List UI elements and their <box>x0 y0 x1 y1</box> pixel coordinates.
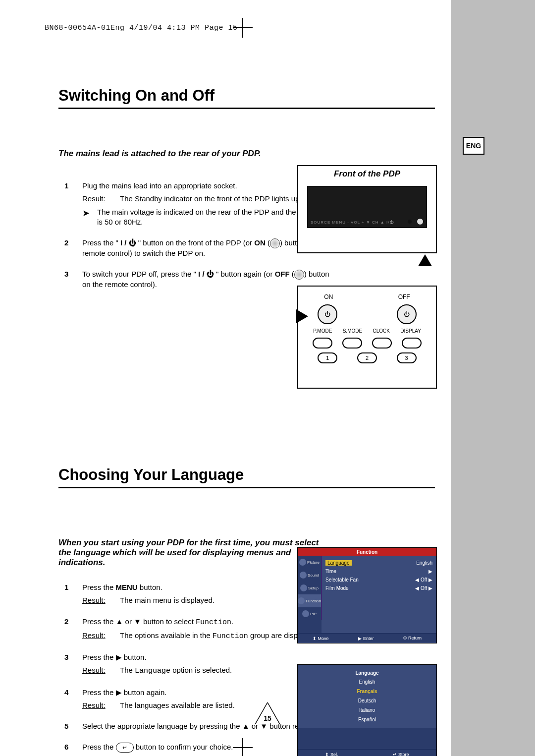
figure-caption: Front of the PDP <box>298 169 436 179</box>
step-2: 2 Press the ▲ or ▼ button to select Func… <box>64 617 337 642</box>
pdp-front-illustration: SOURCE MENU - VOL + ▼ CH ▲ I/⏻ <box>307 186 427 228</box>
step-number: 2 <box>64 617 82 642</box>
remote-smode-button <box>342 338 362 349</box>
gray-margin <box>451 0 535 756</box>
power-button-icon <box>417 218 424 225</box>
function-icon <box>298 597 305 604</box>
standby-led-icon <box>408 220 412 224</box>
osd-foot-store: ↵ Store <box>393 752 409 756</box>
step-1: 1 Plug the mains lead into an appropriat… <box>64 181 337 227</box>
remote-clock-button <box>372 338 392 349</box>
off-button-icon <box>294 270 304 280</box>
pdp-controls-label: SOURCE MENU - VOL + ▼ CH ▲ I/⏻ <box>311 220 394 225</box>
language-tab-eng: ENG <box>463 137 484 155</box>
step-3: 3 Press the ▶ button. Result:The Languag… <box>64 652 337 677</box>
remote-display-button <box>402 338 422 349</box>
osd-title: Language <box>302 669 432 677</box>
osd-footer: ⬍ Move ▶ Enter ⦾ Return <box>298 633 436 643</box>
step-1: 1 Press the MENU button. Result:The main… <box>64 582 337 606</box>
osd-row-film: Film Mode◀ Off ▶ <box>325 584 432 592</box>
page-number-marker: 15 <box>255 702 280 724</box>
osd-tab-picture: Picture <box>298 556 321 569</box>
osd-foot-sel: ⬍ Sel. <box>325 752 338 756</box>
lang-option-italiano: Italiano <box>302 705 432 715</box>
osd-foot-return: ⦾ Return <box>403 636 422 641</box>
step-number: 5 <box>64 721 82 731</box>
osd-body: LanguageEnglish Time▶ Selectable Fan◀ Of… <box>321 556 436 633</box>
remote-off-button: ⏻ <box>397 304 417 324</box>
on-button-icon <box>270 238 280 248</box>
remote-3-button: 3 <box>397 352 417 363</box>
step-number: 4 <box>64 688 82 711</box>
picture-icon <box>299 559 306 566</box>
step-number: 3 <box>64 652 82 677</box>
section-heading: Choosing Your Language <box>58 466 435 486</box>
section-title-language: Choosing Your Language <box>58 466 435 488</box>
osd-tab-setup: Setup <box>298 582 321 594</box>
osd-row-fan: Selectable Fan◀ Off ▶ <box>325 576 432 584</box>
osd-function-menu: Function Picture Sound Setup Function PI… <box>297 547 437 643</box>
osd-language-menu: Language English Français Deutsch Italia… <box>297 664 437 756</box>
step-3: 3 To switch your PDP off, press the " I … <box>64 269 337 290</box>
osd-foot-move: ⬍ Move <box>313 636 329 641</box>
lang-option-francais: Français <box>302 687 432 696</box>
enter-button-icon: ↵ <box>116 743 134 753</box>
section2-steps: 1 Press the MENU button. Result:The main… <box>64 582 337 756</box>
lang-option-espanol: Español <box>302 715 432 724</box>
step-text: Press the ▶ button. <box>82 652 337 662</box>
result-label: Result: <box>82 194 120 204</box>
remote-on-button: ⏻ <box>318 304 337 324</box>
remote-smode-label: S.MODE <box>343 328 362 334</box>
osd-tab-function: Function <box>298 594 321 607</box>
figure-front-pdp: Front of the PDP SOURCE MENU - VOL + ▼ C… <box>297 165 437 253</box>
remote-clock-label: CLOCK <box>373 328 390 334</box>
pip-icon <box>302 610 309 617</box>
section2-intro: When you start using your PDP for the fi… <box>58 538 326 568</box>
remote-on-label: ON <box>324 293 333 300</box>
remote-2-button: 2 <box>357 352 377 363</box>
lang-option-english: English <box>302 677 432 687</box>
step-number: 6 <box>64 742 82 753</box>
osd-row-time: Time▶ <box>325 567 432 576</box>
osd-foot-enter: ▶ Enter <box>358 636 374 641</box>
osd-title: Function <box>298 548 436 556</box>
step-5: 5 Select the appropriate language by pre… <box>64 721 337 731</box>
section-rule <box>58 108 435 109</box>
osd-tab-sound: Sound <box>298 569 321 582</box>
step-6: 6 Press the ↵ button to confirm your cho… <box>64 742 337 753</box>
page-number: 15 <box>255 714 280 722</box>
manual-page: BN68-00654A-01Eng 4/19/04 4:13 PM Page 1… <box>0 0 535 756</box>
section-heading: Switching On and Off <box>58 87 435 107</box>
step-number: 2 <box>64 238 82 258</box>
remote-off-label: OFF <box>398 293 410 300</box>
section-rule <box>58 487 435 488</box>
section1-steps: 1 Plug the mains lead into an appropriat… <box>64 181 337 301</box>
section1-intro: The mains lead is attached to the rear o… <box>58 149 326 159</box>
section-title-switching: Switching On and Off <box>58 87 435 109</box>
note-arrow-icon: ➤ <box>82 207 97 228</box>
lang-option-deutsch: Deutsch <box>302 696 432 705</box>
pointer-arrow-icon <box>418 254 432 266</box>
step-number: 1 <box>64 181 82 227</box>
print-meta-line: BN68-00654A-01Eng 4/19/04 4:13 PM Page 1… <box>45 24 238 32</box>
osd-tabs: Picture Sound Setup Function PIP <box>298 556 321 620</box>
osd-tab-pip: PIP <box>298 607 321 620</box>
remote-pmode-label: P.MODE <box>313 328 332 334</box>
step-4: 4 Press the ▶ button again. Result:The l… <box>64 688 337 711</box>
step-2: 2 Press the " I / ⏻ " button on the fron… <box>64 238 337 258</box>
sound-icon <box>300 572 307 579</box>
osd-row-language: LanguageEnglish <box>325 559 432 567</box>
figure-remote: ON OFF ⏻ ⏻ P.MODE S.MODE CLOCK DISPLAY <box>297 286 437 389</box>
setup-icon <box>300 584 307 591</box>
step-number: 3 <box>64 269 82 290</box>
remote-pmode-button <box>313 338 332 349</box>
step-number: 1 <box>64 582 82 606</box>
remote-display-label: DISPLAY <box>400 328 421 334</box>
remote-1-button: 1 <box>318 352 337 363</box>
osd-footer: ⬍ Sel. ↵ Store <box>298 749 436 756</box>
